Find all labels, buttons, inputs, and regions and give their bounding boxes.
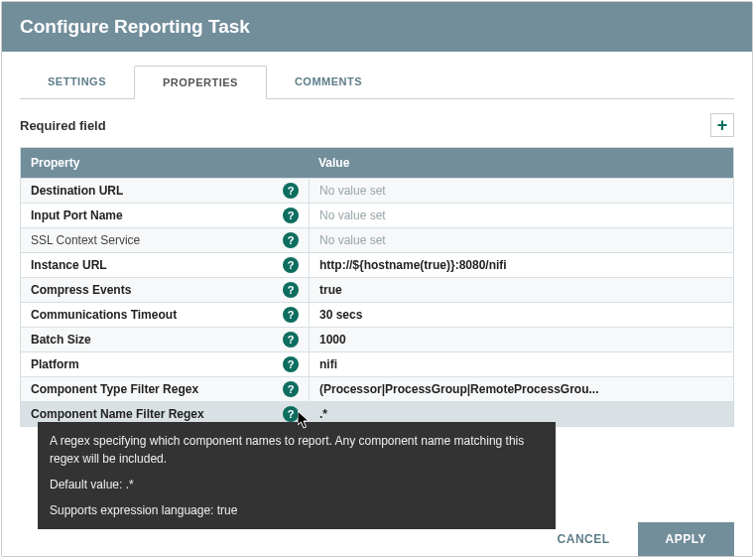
help-icon[interactable]: ? (283, 257, 299, 273)
header-value: Value (309, 148, 733, 178)
value-cell[interactable]: http://${hostname(true)}:8080/nifi (309, 253, 733, 277)
add-property-button[interactable]: + (710, 113, 734, 137)
property-name: Communications Timeout (31, 308, 177, 322)
property-name: SSL Context Service (31, 233, 140, 247)
property-cell: Instance URL? (21, 253, 309, 277)
tab-bar: SETTINGS PROPERTIES COMMENTS (20, 66, 734, 99)
property-value: nifi (319, 357, 337, 371)
property-value: 30 secs (319, 308, 362, 322)
help-icon[interactable]: ? (283, 208, 299, 223)
table-row[interactable]: Input Port Name?No value set (21, 203, 733, 227)
value-cell[interactable]: (Processor|ProcessGroup|RemoteProcessGro… (309, 377, 733, 401)
property-cell: Communications Timeout? (21, 303, 309, 327)
help-icon[interactable]: ? (283, 232, 299, 248)
help-icon[interactable]: ? (283, 282, 299, 298)
property-name: Destination URL (31, 184, 123, 198)
property-cell: Compress Events? (21, 278, 309, 302)
property-value: http://${hostname(true)}:8080/nifi (319, 258, 507, 272)
property-value: No value set (319, 184, 386, 198)
dialog-title: Configure Reporting Task (2, 2, 752, 52)
value-cell[interactable]: nifi (309, 352, 733, 376)
help-icon[interactable]: ? (283, 307, 299, 323)
tooltip-expression: Supports expression language: true (50, 501, 544, 519)
value-cell[interactable]: true (309, 278, 733, 302)
property-name: Component Name Filter Regex (31, 407, 204, 421)
property-name: Platform (31, 357, 79, 371)
property-value: No value set (319, 209, 386, 222)
property-name: Compress Events (31, 283, 131, 297)
required-label: Required field (20, 118, 106, 133)
property-cell: Input Port Name? (21, 204, 309, 227)
table-row[interactable]: Communications Timeout?30 secs (21, 302, 733, 327)
property-cell: Platform? (21, 352, 309, 376)
property-value: (Processor|ProcessGroup|RemoteProcessGro… (319, 382, 598, 396)
table-row[interactable]: Instance URL?http://${hostname(true)}:80… (21, 252, 733, 277)
table-row[interactable]: Platform?nifi (21, 351, 733, 376)
help-tooltip: A regex specifying which component names… (38, 422, 556, 529)
properties-table: Property Value Destination URL?No value … (20, 147, 734, 427)
tab-comments[interactable]: COMMENTS (267, 66, 390, 98)
table-row[interactable]: Destination URL?No value set (21, 178, 733, 203)
property-value: 1000 (319, 333, 346, 347)
property-name: Input Port Name (31, 209, 123, 222)
tooltip-default: Default value: .* (50, 476, 544, 493)
property-cell: SSL Context Service? (21, 228, 309, 252)
property-cell: Batch Size? (21, 328, 309, 351)
value-cell[interactable]: No value set (309, 204, 733, 227)
tab-settings[interactable]: SETTINGS (20, 66, 134, 98)
help-icon[interactable]: ? (283, 332, 299, 348)
property-value: No value set (319, 233, 386, 247)
apply-button[interactable]: APPLY (638, 522, 734, 556)
property-name: Component Type Filter Regex (31, 382, 198, 396)
table-header: Property Value (21, 148, 733, 178)
value-cell[interactable]: No value set (309, 179, 733, 203)
table-row[interactable]: Batch Size?1000 (21, 327, 733, 351)
tooltip-description: A regex specifying which component names… (50, 432, 544, 468)
tab-properties[interactable]: PROPERTIES (134, 66, 267, 99)
table-row[interactable]: Component Type Filter Regex?(Processor|P… (21, 376, 733, 401)
value-cell[interactable]: 30 secs (309, 303, 733, 327)
property-name: Instance URL (31, 258, 107, 272)
required-bar: Required field + (20, 99, 734, 147)
table-row[interactable]: Compress Events?true (21, 277, 733, 302)
property-value: .* (319, 407, 327, 421)
help-icon[interactable]: ? (283, 356, 299, 372)
help-icon[interactable]: ? (283, 406, 299, 422)
value-cell[interactable]: No value set (309, 228, 733, 252)
value-cell[interactable]: 1000 (309, 328, 733, 351)
property-cell: Destination URL? (21, 179, 309, 203)
table-body: Destination URL?No value setInput Port N… (21, 178, 733, 426)
property-value: true (319, 283, 342, 297)
help-icon[interactable]: ? (283, 183, 299, 199)
header-property: Property (21, 148, 309, 178)
property-name: Batch Size (31, 333, 91, 347)
property-cell: Component Type Filter Regex? (21, 377, 309, 401)
table-row[interactable]: SSL Context Service?No value set (21, 227, 733, 252)
help-icon[interactable]: ? (283, 381, 299, 397)
